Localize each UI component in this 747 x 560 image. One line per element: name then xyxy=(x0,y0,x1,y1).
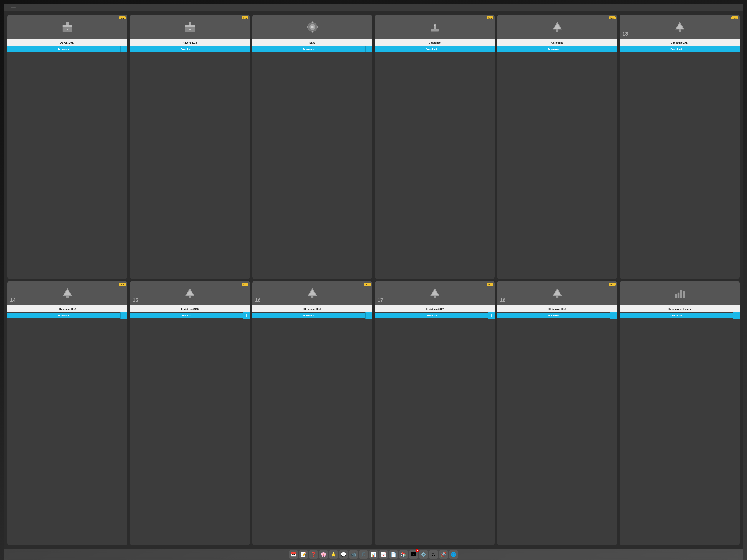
expansion-image-christmas-2018: 18free xyxy=(497,281,617,305)
expansion-label-commercial-electro: Commercial Electro xyxy=(620,305,740,313)
expansion-year-num-christmas-2018: 18 xyxy=(500,297,506,303)
free-badge-christmas-2018: free xyxy=(609,283,616,286)
expansion-card-advent-2018[interactable]: + freeAdvent 2018Download⋮ xyxy=(130,15,250,279)
download-button-bass[interactable]: Download xyxy=(252,47,365,52)
dock-icon-finder[interactable]: 🗂 xyxy=(429,550,438,559)
more-button-bass[interactable]: ⋮ xyxy=(365,46,372,52)
svg-rect-15 xyxy=(431,29,439,32)
expansion-label-advent-2017: Advent 2017 xyxy=(7,39,127,46)
expansion-image-christmas-2017: 17free xyxy=(375,281,495,305)
expansion-label-bass: Bass xyxy=(252,39,372,46)
expansion-label-christmas-2016: Christmas 2016 xyxy=(252,305,372,313)
svg-rect-40 xyxy=(677,293,679,298)
more-button-christmas-2017[interactable]: ⋮ xyxy=(488,313,495,319)
dock-icon-pages[interactable]: 📄 xyxy=(389,550,398,559)
dock-icon-imovie[interactable]: ⭐ xyxy=(329,550,338,559)
more-button-christmas-2016[interactable]: ⋮ xyxy=(365,313,372,319)
expansion-label-christmas-2015: Christmas 2015 xyxy=(130,305,250,313)
svg-text:+: + xyxy=(66,27,68,31)
expansion-year-num-christmas-2015: 15 xyxy=(132,297,138,303)
dock-icon-photos[interactable]: 🌸 xyxy=(319,550,328,559)
more-button-christmas-2015[interactable]: ⋮ xyxy=(243,313,250,319)
svg-point-11 xyxy=(312,22,313,23)
expansion-card-commercial-electro[interactable]: Commercial ElectroDownload⋮ xyxy=(620,281,740,545)
download-button-christmas-2013[interactable]: Download xyxy=(620,47,733,52)
dock-icon-keynote[interactable]: 📊 xyxy=(369,550,378,559)
download-button-christmas-2017[interactable]: Download xyxy=(375,313,488,318)
svg-rect-29 xyxy=(188,296,191,298)
more-button-christmas-2018[interactable]: ⋮ xyxy=(610,313,617,319)
download-button-advent-2017[interactable]: Download xyxy=(7,47,121,52)
expansion-card-christmas-2015[interactable]: 15freeChristmas 2015Download⋮ xyxy=(130,281,250,545)
free-badge-chiptunes: free xyxy=(487,17,493,20)
card-actions-christmas-2014: Download⋮ xyxy=(7,313,127,319)
expansion-card-christmas-2018[interactable]: 18freeChristmas 2018Download⋮ xyxy=(497,281,617,545)
expansion-label-christmas-2014: Christmas 2014 xyxy=(7,305,127,313)
expansion-image-christmas-2014: 14free xyxy=(7,281,127,305)
macos-dock: 📅📝❓🌸⭐💬📹🎵📊📈📄📚🅰2⚙️🗂🚀🌐 xyxy=(4,549,743,560)
expansion-image-christmas-2015: 15free xyxy=(130,281,250,305)
free-badge-christmas-2017: free xyxy=(487,283,493,286)
download-button-christmas[interactable]: Download xyxy=(497,47,610,52)
dock-icon-globe[interactable]: 🌐 xyxy=(449,550,458,559)
expansion-label-christmas-2017: Christmas 2017 xyxy=(375,305,495,313)
card-actions-christmas-2013: Download⋮ xyxy=(620,46,740,52)
expansion-year-num-christmas-2017: 17 xyxy=(378,297,383,303)
card-actions-christmas-2015: Download⋮ xyxy=(130,313,250,319)
expansion-card-advent-2017[interactable]: + freeAdvent 2017Download⋮ xyxy=(7,15,127,279)
free-badge-christmas-2015: free xyxy=(241,283,248,286)
dock-icon-messages[interactable]: 💬 xyxy=(339,550,348,559)
expansion-year-num-christmas-2016: 16 xyxy=(255,297,261,303)
expansion-card-christmas[interactable]: freeChristmasDownload⋮ xyxy=(497,15,617,279)
card-actions-christmas-2018: Download⋮ xyxy=(497,313,617,319)
more-button-christmas-2014[interactable]: ⋮ xyxy=(121,313,127,319)
dock-badge-appstore: 2 xyxy=(416,549,419,552)
download-button-christmas-2018[interactable]: Download xyxy=(497,313,610,318)
free-badge-advent-2018: free xyxy=(241,17,248,20)
download-button-christmas-2016[interactable]: Download xyxy=(252,313,365,318)
dock-icon-facetime[interactable]: 📹 xyxy=(349,550,358,559)
more-button-christmas-2013[interactable]: ⋮ xyxy=(733,46,740,52)
svg-point-14 xyxy=(316,26,318,28)
download-button-commercial-electro[interactable]: Download xyxy=(620,313,733,318)
expansion-card-christmas-2017[interactable]: 17freeChristmas 2017Download⋮ xyxy=(375,281,495,545)
card-actions-bass: Download⋮ xyxy=(252,46,372,52)
card-actions-chiptunes: Download⋮ xyxy=(375,46,495,52)
dock-icon-appstore[interactable]: 🅰2 xyxy=(409,550,418,559)
more-button-christmas[interactable]: ⋮ xyxy=(610,46,617,52)
download-button-chiptunes[interactable]: Download xyxy=(375,47,488,52)
expansion-card-christmas-2013[interactable]: 13freeChristmas 2013Download⋮ xyxy=(620,15,740,279)
card-actions-commercial-electro: Download⋮ xyxy=(620,313,740,319)
dock-icon-help[interactable]: ❓ xyxy=(309,550,318,559)
svg-rect-26 xyxy=(66,296,68,298)
download-button-advent-2018[interactable]: Download xyxy=(130,47,243,52)
dock-icon-launchpad[interactable]: 🚀 xyxy=(439,550,448,559)
download-button-christmas-2015[interactable]: Download xyxy=(130,313,243,318)
dock-icon-calendar[interactable]: 📅 xyxy=(289,550,298,559)
more-button-advent-2017[interactable]: ⋮ xyxy=(121,46,127,52)
dock-icon-ibooks[interactable]: 📚 xyxy=(399,550,408,559)
svg-point-13 xyxy=(307,26,308,28)
more-button-commercial-electro[interactable]: ⋮ xyxy=(733,313,740,319)
download-button-christmas-2014[interactable]: Download xyxy=(7,313,121,318)
expansion-label-christmas-2013: Christmas 2013 xyxy=(620,39,740,46)
card-actions-christmas-2016: Download⋮ xyxy=(252,313,372,319)
dock-icon-syspreferences[interactable]: ⚙️ xyxy=(419,550,428,559)
more-button-chiptunes[interactable]: ⋮ xyxy=(488,46,495,52)
free-badge-christmas: free xyxy=(609,17,616,20)
expansion-label-christmas: Christmas xyxy=(497,39,617,46)
free-badge-advent-2017: free xyxy=(119,17,126,20)
dock-icon-numbers[interactable]: 📈 xyxy=(379,550,388,559)
expansion-card-bass[interactable]: BassDownload⋮ xyxy=(252,15,372,279)
expansion-year-num-christmas-2013: 13 xyxy=(622,31,628,37)
svg-rect-2 xyxy=(66,22,69,26)
expansion-card-christmas-2016[interactable]: 16freeChristmas 2016Download⋮ xyxy=(252,281,372,545)
expansion-card-christmas-2014[interactable]: 14freeChristmas 2014Download⋮ xyxy=(7,281,127,545)
free-badge-christmas-2013: free xyxy=(731,17,738,20)
dock-icon-notes[interactable]: 📝 xyxy=(299,550,308,559)
dock-icon-itunes[interactable]: 🎵 xyxy=(359,550,368,559)
expansion-image-chiptunes: free xyxy=(375,15,495,39)
svg-rect-39 xyxy=(675,294,677,298)
more-button-advent-2018[interactable]: ⋮ xyxy=(243,46,250,52)
expansion-card-chiptunes[interactable]: freeChiptunesDownload⋮ xyxy=(375,15,495,279)
